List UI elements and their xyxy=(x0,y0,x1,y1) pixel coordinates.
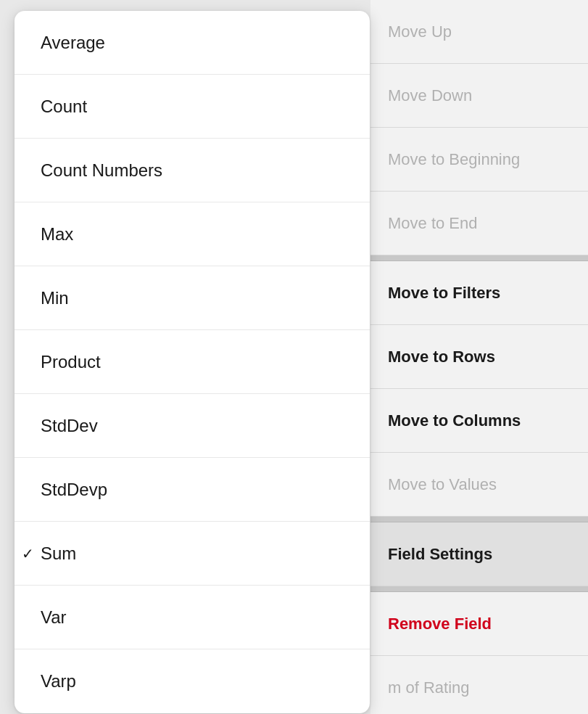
right-menu-item-move-to-beginning[interactable]: Move to Beginning xyxy=(370,128,588,192)
right-menu-item-move-up[interactable]: Move Up xyxy=(370,0,588,64)
aggregation-item-max[interactable]: Max xyxy=(15,202,370,266)
menu-separator xyxy=(370,255,588,261)
aggregation-item-stddev[interactable]: StdDev xyxy=(15,394,370,458)
aggregation-item-min[interactable]: Min xyxy=(15,266,370,330)
aggregation-item-sum[interactable]: ✓ Sum xyxy=(15,522,370,586)
right-menu-label-move-to-columns: Move to Columns xyxy=(388,411,521,430)
checkmark-icon: ✓ xyxy=(22,545,34,562)
right-menu-item-move-to-columns[interactable]: Move to Columns xyxy=(370,389,588,453)
aggregation-item-count[interactable]: Count xyxy=(15,75,370,139)
right-menu-item-move-to-rows[interactable]: Move to Rows xyxy=(370,325,588,389)
aggregation-item-var[interactable]: Var xyxy=(15,586,370,649)
right-menu-item-move-to-values[interactable]: Move to Values xyxy=(370,453,588,517)
right-menu-label-move-down: Move Down xyxy=(388,86,472,105)
right-menu-label-move-up: Move Up xyxy=(388,22,452,41)
right-menu-label-move-to-end: Move to End xyxy=(388,214,478,233)
right-menu-item-move-down[interactable]: Move Down xyxy=(370,64,588,128)
aggregation-item-stddevp[interactable]: StdDevp xyxy=(15,458,370,522)
right-menu-item-move-to-end[interactable]: Move to End xyxy=(370,192,588,255)
aggregation-item-varp[interactable]: Varp xyxy=(15,649,370,713)
aggregation-label-sum: Sum xyxy=(35,543,76,564)
right-menu-label-remove-field: Remove Field xyxy=(388,615,492,633)
right-menu-label-move-to-beginning: Move to Beginning xyxy=(388,150,520,169)
right-menu-label-move-to-rows: Move to Rows xyxy=(388,348,495,366)
right-menu-label-move-to-values: Move to Values xyxy=(388,475,497,494)
right-menu-item-field-settings[interactable]: Field Settings xyxy=(370,522,588,586)
aggregation-item-count-numbers[interactable]: Count Numbers xyxy=(15,139,370,202)
aggregation-label-varp: Varp xyxy=(35,671,76,692)
aggregation-label-average: Average xyxy=(35,33,105,53)
right-menu-label-move-to-filters: Move to Filters xyxy=(388,284,500,303)
aggregation-label-count-numbers: Count Numbers xyxy=(35,160,162,181)
aggregation-label-stddev: StdDev xyxy=(35,416,98,436)
aggregation-label-product: Product xyxy=(35,352,101,372)
aggregation-label-min: Min xyxy=(35,288,69,308)
aggregation-label-stddevp: StdDevp xyxy=(35,480,107,500)
aggregation-label-count: Count xyxy=(35,97,87,117)
aggregation-item-product[interactable]: Product xyxy=(15,330,370,394)
bottom-field-text: m of Rating xyxy=(370,656,588,714)
right-menu-item-remove-field[interactable]: Remove Field xyxy=(370,592,588,656)
aggregation-label-var: Var xyxy=(35,607,67,628)
menu-separator xyxy=(370,586,588,592)
right-menu-label-field-settings: Field Settings xyxy=(388,545,492,564)
aggregation-label-max: Max xyxy=(35,224,73,245)
right-menu-item-move-to-filters[interactable]: Move to Filters xyxy=(370,261,588,325)
menu-separator xyxy=(370,517,588,522)
aggregation-item-average[interactable]: Average xyxy=(15,11,370,75)
aggregation-menu: Average Count Count Numbers Max Min Prod… xyxy=(15,11,370,713)
